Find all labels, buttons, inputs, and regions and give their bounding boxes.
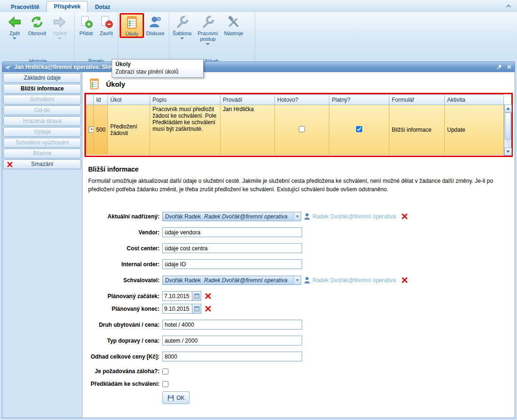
- predkladam-ke-schvaleni-checkbox[interactable]: [162, 381, 168, 387]
- pracovni-postup-label: Pracovní postup: [193, 30, 222, 42]
- vertical-scrollbar[interactable]: [504, 105, 511, 156]
- form-row-internal-order: Internal order:: [83, 259, 515, 269]
- user-link[interactable]: Radek Dvořák@firemní operativa: [312, 213, 396, 220]
- diskuse-button[interactable]: Diskuse: [144, 13, 167, 36]
- pin-icon[interactable]: [496, 64, 502, 70]
- sidebar-item-schvaleni: Schválení: [3, 95, 81, 105]
- vendor-input[interactable]: [162, 227, 302, 237]
- table-header-row: Id Úkol Popis Provádí Hotovo? Platný? Fo…: [86, 95, 504, 105]
- vpred-button[interactable]: Vpřed: [48, 13, 71, 39]
- field-label: Aktuální nadřízený:: [83, 213, 162, 220]
- user-link[interactable]: Radek Dvořák@firemní operativa: [312, 277, 396, 284]
- tasks-header: Úkoly: [88, 78, 515, 90]
- chevron-down-icon: [13, 38, 16, 39]
- col-platny[interactable]: Platný?: [329, 95, 389, 105]
- sidebar-item-hrazena-strava: Hrazená strava: [3, 116, 81, 126]
- field-label: Cost center:: [83, 245, 162, 252]
- tasks-table: Id Úkol Popis Provádí Hotovo? Platný? Fo…: [86, 94, 504, 155]
- sidebar-item-smazani[interactable]: Smazání: [3, 159, 81, 169]
- sidebar-item-vydaje: Výdaje: [3, 127, 81, 137]
- field-label: Typ dopravy / cena:: [83, 338, 162, 344]
- window-title: Jan Hrdlička@firemní operativa: Slov: [14, 64, 114, 70]
- scroll-up-button[interactable]: [504, 105, 512, 112]
- col-provadi[interactable]: Provádí: [220, 95, 275, 105]
- field-label: Je požadována záloha?:: [83, 368, 162, 375]
- typ-dopravy-input[interactable]: [162, 336, 302, 345]
- planovany-konec-input[interactable]: [162, 304, 192, 314]
- cell-popis: Pracovník musí předložit žádost ke schvá…: [150, 105, 220, 155]
- arrow-right-icon: [53, 15, 67, 29]
- smazani-label: Smazání: [31, 161, 53, 167]
- internal-order-input[interactable]: [162, 259, 302, 269]
- col-aktivita[interactable]: Aktivita: [445, 95, 504, 105]
- field-label: Plánovaný konec:: [83, 306, 162, 312]
- window-titlebar: Jan Hrdlička@firemní operativa: Slov: [2, 62, 515, 72]
- refresh-icon: [30, 15, 44, 29]
- pracovni-postup-button[interactable]: Pracovní postup: [193, 13, 222, 45]
- clear-icon[interactable]: [402, 277, 408, 283]
- sidebar-item-od-do: Od-do: [3, 105, 81, 115]
- pridat-button[interactable]: Přidat: [76, 13, 96, 36]
- tab-prispevek[interactable]: Příspěvek: [46, 1, 88, 12]
- zpet-label: Zpět: [9, 30, 20, 36]
- combo-value: Dvořák Radek: [163, 277, 201, 284]
- tab-pracoviste[interactable]: Pracoviště: [4, 2, 46, 12]
- combo-value-detail: Radek Dvořák@firemní operativa: [204, 277, 288, 284]
- hotovo-checkbox[interactable]: [299, 126, 305, 132]
- je-pozadovana-zaloha-checkbox[interactable]: [162, 368, 168, 375]
- remove-icon: [99, 15, 114, 29]
- form-row-planovany-zacatek: Plánovaný začátek:: [83, 291, 515, 301]
- clear-icon[interactable]: [402, 213, 408, 219]
- sidebar-item-zakladni-udaje[interactable]: Základní údaje: [3, 73, 81, 83]
- cost-center-input[interactable]: [162, 243, 302, 253]
- record-window: Jan Hrdlička@firemní operativa: Slov Zák…: [2, 61, 515, 418]
- scroll-thumb[interactable]: [505, 112, 511, 140]
- tasks-table-highlight: Id Úkol Popis Provádí Hotovo? Platný? Fo…: [84, 93, 513, 157]
- sidebar-item-blizsi-informace[interactable]: Bližší informace: [3, 84, 81, 94]
- delete-icon: [7, 161, 13, 170]
- nastroje-button[interactable]: Nástroje: [222, 13, 245, 36]
- ukoly-button[interactable]: Úkoly: [120, 13, 144, 38]
- tab-dotaz[interactable]: Dotaz: [88, 2, 117, 12]
- chevron-down-icon[interactable]: [293, 276, 301, 285]
- form-row-aktualni-nadrizeny: Aktuální nadřízený: Dvořák Radek Radek D…: [83, 211, 515, 221]
- clear-icon[interactable]: [205, 306, 211, 312]
- sablona-button[interactable]: Šablona: [171, 13, 193, 39]
- form-row-ok: OK: [83, 393, 515, 403]
- col-formular[interactable]: Formulář: [389, 95, 445, 105]
- ribbon: Zpět Obnovit Vpřed Historie: [0, 12, 517, 56]
- aktualni-nadrizeny-combo[interactable]: Dvořák Radek Radek Dvořák@firemní operat…: [162, 212, 301, 221]
- zpet-button[interactable]: Zpět: [3, 13, 26, 39]
- obnovit-button[interactable]: Obnovit: [26, 13, 48, 36]
- odhad-ceny-input[interactable]: [162, 352, 302, 361]
- tasks-title: Úkoly: [106, 80, 125, 88]
- ok-label: OK: [176, 395, 184, 401]
- calendar-icon[interactable]: [192, 304, 201, 314]
- add-icon: [79, 15, 93, 29]
- scroll-down-button[interactable]: [504, 148, 512, 156]
- clear-icon[interactable]: [205, 293, 211, 299]
- zavrit-button[interactable]: Zavřít: [96, 13, 116, 36]
- druh-ubytovani-input[interactable]: [162, 320, 302, 330]
- col-ukol[interactable]: Úkol: [108, 95, 150, 105]
- obnovit-label: Obnovit: [28, 30, 46, 36]
- col-popis[interactable]: Popis: [150, 95, 220, 105]
- table-row[interactable]: + 500 Předložení žádosti Pracovník musí …: [86, 105, 504, 155]
- ribbon-collapse-icon[interactable]: [506, 3, 511, 9]
- col-hotovo[interactable]: Hotovo?: [275, 95, 329, 105]
- form: Aktuální nadřízený: Dvořák Radek Radek D…: [83, 211, 515, 403]
- close-icon[interactable]: [507, 64, 512, 69]
- ok-button[interactable]: OK: [162, 391, 190, 404]
- field-label: Vendor:: [83, 229, 162, 236]
- pridat-label: Přidat: [79, 30, 93, 36]
- schvalovatel-combo[interactable]: Dvořák Radek Radek Dvořák@firemní operat…: [162, 276, 301, 285]
- chevron-down-icon[interactable]: [293, 212, 301, 221]
- planovany-zacatek-input[interactable]: [162, 291, 192, 301]
- field-label: Plánovaný začátek:: [83, 293, 162, 300]
- col-id[interactable]: Id: [94, 95, 108, 105]
- calendar-icon[interactable]: [192, 291, 201, 301]
- platny-checkbox[interactable]: [356, 126, 362, 132]
- chevron-down-icon: [58, 38, 61, 39]
- ribbon-group-navrh: Šablona Pracovní postup Nástroje: [169, 12, 255, 65]
- wrench-icon: [201, 15, 215, 29]
